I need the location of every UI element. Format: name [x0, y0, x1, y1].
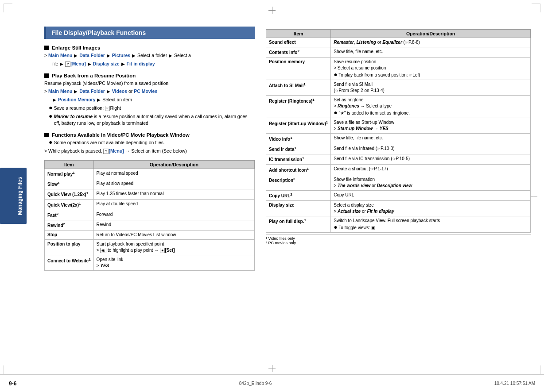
- table-row: Connect to Website1 Open site link> YES: [45, 255, 255, 271]
- square-icon-enlarge: [44, 46, 49, 50]
- corner-mark-tl: [4, 4, 12, 12]
- table-row: Register (Start-up Window)1 Save a file …: [266, 118, 531, 134]
- section-heading-resume: Play Back from a Resume Position: [44, 73, 255, 78]
- heading-functions-text: Functions Available in Video/PC Movie Pl…: [52, 132, 190, 138]
- row-desc: Send file via S! Mail(☞From Step 2 on P.…: [331, 80, 531, 96]
- section-resume: Play Back from a Resume Position Resume …: [44, 73, 255, 127]
- resume-step-2: ▶ Position Memory ▶ Select an item: [44, 96, 255, 104]
- table-row: Video info1 Show title, file name, etc.: [266, 134, 531, 144]
- corner-mark-br: [532, 365, 540, 374]
- row-item: Copy URL2: [266, 190, 331, 200]
- row-desc: Show title, file name, etc.: [331, 134, 531, 144]
- row-desc: Start playback from specified point> ◉ t…: [93, 240, 254, 255]
- section-enlarge: Enlarge Still Images > Main Menu ▶ Data …: [44, 45, 255, 68]
- right-table-header-operation: Operation/Description: [331, 30, 531, 38]
- timestamp: 10.4.21 10:57:51 AM: [494, 381, 535, 386]
- row-item: Send Ir data1: [266, 144, 331, 154]
- table-row: Quick View(2x)1 Play at double speed: [45, 200, 255, 210]
- row-desc: Play at double speed: [93, 200, 254, 210]
- corner-mark-bl: [4, 365, 12, 374]
- left-operation-table: Item Operation/Description Normal play1 …: [44, 160, 255, 271]
- page-number: 9-6: [9, 380, 16, 387]
- step-enlarge-1: > Main Menu ▶ Data Folder ▶ Pictures ▶ S…: [44, 52, 255, 59]
- table-row: Contents info2 Show title, file name, et…: [266, 47, 531, 58]
- center-mark-right: [530, 192, 537, 200]
- square-icon-resume: [44, 73, 49, 78]
- center-mark-top: [268, 7, 276, 14]
- table-row: Position memory Save resume position > S…: [266, 58, 531, 80]
- footnotes: ¹ Video files only ² PC movies only: [266, 234, 531, 245]
- row-item: Slow1: [45, 179, 94, 189]
- row-item: Fast2: [45, 210, 94, 220]
- table-row: Normal play1 Play at normal speed: [45, 169, 255, 179]
- resume-bullet-2: ● Marker to resume is a resume position …: [44, 113, 255, 127]
- row-item: Description2: [266, 175, 331, 190]
- square-icon-functions: [44, 133, 49, 137]
- row-item: Attach to S! Mail1: [266, 80, 331, 96]
- row-item: Connect to Website1: [45, 255, 94, 271]
- center-mark-bottom: [268, 365, 276, 372]
- left-table-header-item: Item: [45, 160, 94, 169]
- functions-bullet-1: ● Some operations are not available depe…: [44, 139, 255, 146]
- row-item: Register (Ringtones)1: [266, 96, 331, 118]
- resume-intro: Resume playback (videos/PC Movies) from …: [44, 80, 255, 87]
- row-desc: Save resume position > Select a resume p…: [331, 58, 531, 80]
- row-desc: Return to Videos/PC Movies List window: [93, 231, 254, 240]
- table-row: Sound effect Remaster, Listening or Equa…: [266, 38, 531, 47]
- row-item: Play on full disp.1: [266, 216, 331, 232]
- row-item: Register (Start-up Window)1: [266, 118, 331, 134]
- heading-enlarge-text: Enlarge Still Images: [52, 45, 100, 50]
- row-item: Video info1: [266, 134, 331, 144]
- row-item: Quick View (1.25x)1: [45, 189, 94, 200]
- row-item: Quick View(2x)1: [45, 200, 94, 210]
- table-row: Rewind2 Rewind: [45, 220, 255, 231]
- row-item: IC transmission1: [266, 154, 331, 164]
- file-info: 842p_E.indb 9-6: [239, 381, 272, 386]
- row-desc: Remaster, Listening or Equalizer (☞P.8-8…: [331, 38, 531, 47]
- main-content-area: File Display/Playback Functions Enlarge …: [44, 27, 531, 363]
- table-row: IC transmission1 Send file via IC transm…: [266, 154, 531, 164]
- step-enlarge-2: file ▶ Y[Menu] ▶ Display size ▶ Fit in d…: [44, 61, 255, 68]
- heading-resume-text: Play Back from a Resume Position: [52, 73, 136, 78]
- row-desc: Set as ringtone > Ringtones → Select a t…: [331, 96, 531, 118]
- row-desc: Show title, file name, etc.: [331, 47, 531, 58]
- table-row: Fast2 Forward: [45, 210, 255, 220]
- bottom-bar: 9-6 842p_E.indb 9-6 10.4.21 10:57:51 AM: [0, 374, 544, 392]
- resume-step-1: > Main Menu ▶ Data Folder ▶ Videos or PC…: [44, 88, 255, 95]
- row-item: Normal play1: [45, 169, 94, 179]
- side-tab-label: Managing Files: [0, 168, 27, 224]
- row-desc: Play at normal speed: [93, 169, 254, 179]
- row-desc: Forward: [93, 210, 254, 220]
- row-item: Stop: [45, 231, 94, 240]
- row-desc: Show file information > The words view o…: [331, 175, 531, 190]
- row-desc: Send file via IC transmission (☞P.10-5): [331, 154, 531, 164]
- row-item: Position to play: [45, 240, 94, 255]
- row-item: Contents info2: [266, 47, 331, 58]
- row-item: Position memory: [266, 58, 331, 80]
- row-desc: Send file via Infrared (☞P.10-3): [331, 144, 531, 154]
- row-desc: Switch to Landscape View. Full screen pl…: [331, 216, 531, 232]
- row-desc: Rewind: [93, 220, 254, 231]
- table-row: Display size Select a display size > Act…: [266, 200, 531, 216]
- left-table-header-operation: Operation/Description: [93, 160, 254, 169]
- table-row: Slow1 Play at slow speed: [45, 179, 255, 189]
- row-desc: Play 1.25 times faster than normal: [93, 189, 254, 200]
- right-operation-table: Item Operation/Description Sound effect …: [266, 29, 531, 233]
- table-row: Description2 Show file information > The…: [266, 175, 531, 190]
- table-row: Attach to S! Mail1 Send file via S! Mail…: [266, 80, 531, 96]
- row-desc: Save a file as Start-up Window > Start-u…: [331, 118, 531, 134]
- left-column: File Display/Playback Functions Enlarge …: [44, 27, 261, 363]
- section-functions: Functions Available in Video/PC Movie Pl…: [44, 132, 255, 155]
- row-item: Sound effect: [266, 38, 331, 47]
- resume-bullet-1: ● Save a resume position: ☞Right: [44, 105, 255, 112]
- row-item: Rewind2: [45, 220, 94, 231]
- functions-step-1: > While playback is paused, Y[Menu] → Se…: [44, 148, 255, 155]
- row-item: Display size: [266, 200, 331, 216]
- footnote-2: ² PC movies only: [266, 241, 531, 245]
- table-row: Send Ir data1 Send file via Infrared (☞P…: [266, 144, 531, 154]
- row-desc: Select a display size > Actual size or F…: [331, 200, 531, 216]
- row-item: Add shortcut icon1: [266, 165, 331, 175]
- table-row: Register (Ringtones)1 Set as ringtone > …: [266, 96, 531, 118]
- table-row: Play on full disp.1 Switch to Landscape …: [266, 216, 531, 232]
- footnote-1: ¹ Video files only: [266, 236, 531, 241]
